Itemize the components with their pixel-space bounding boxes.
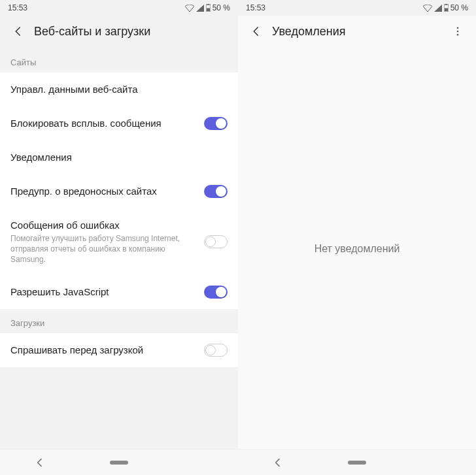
ask-before-download-toggle[interactable] (204, 344, 228, 357)
item-label: Спрашивать перед загрузкой (10, 344, 196, 357)
block-popups-toggle[interactable] (204, 117, 228, 130)
block-popups[interactable]: Блокировать всплыв. сообщения (0, 106, 238, 140)
nav-back-button[interactable] (269, 453, 287, 472)
svg-point-7 (457, 31, 459, 33)
nav-home-button[interactable] (348, 453, 366, 472)
status-time: 15:53 (246, 3, 265, 12)
item-label: Управл. данными веб-сайта (10, 83, 220, 96)
svg-rect-5 (445, 8, 448, 12)
svg-rect-4 (445, 4, 447, 5)
signal-icon (434, 5, 442, 12)
status-icons: 50 % (185, 3, 230, 12)
back-button[interactable] (10, 24, 26, 39)
manage-website-data[interactable]: Управл. данными веб-сайта (0, 73, 238, 106)
battery-text: 50 % (212, 3, 230, 12)
battery-icon (444, 4, 449, 12)
item-label: Разрешить JavaScript (10, 286, 196, 299)
more-button[interactable] (450, 24, 466, 39)
warn-malicious-toggle[interactable] (204, 185, 228, 198)
item-label: Сообщения об ошибках (10, 219, 196, 232)
phone-left: 15:53 50 % Веб-сайты и загрузки Сайты Уп… (0, 0, 238, 475)
status-time: 15:53 (8, 3, 27, 12)
ask-before-download[interactable]: Спрашивать перед загрузкой (0, 333, 238, 367)
item-label: Блокировать всплыв. сообщения (10, 117, 196, 130)
wifi-icon (423, 5, 432, 12)
status-bar: 15:53 50 % (0, 0, 238, 16)
item-sublabel: Помогайте улучшить работу Samsung Intern… (10, 233, 196, 265)
error-reports-toggle[interactable] (204, 235, 228, 248)
nav-back-button[interactable] (31, 453, 49, 472)
downloads-list: Спрашивать перед загрузкой (0, 333, 238, 367)
status-icons: 50 % (423, 3, 468, 12)
page-title: Уведомления (272, 25, 450, 39)
nav-home-button[interactable] (110, 453, 128, 472)
notifications-item[interactable]: Уведомления (0, 140, 238, 174)
wifi-icon (185, 5, 194, 12)
back-icon (12, 25, 24, 37)
header: Веб-сайты и загрузки (0, 16, 238, 48)
svg-point-8 (457, 34, 459, 36)
notifications-body: Нет уведомлений (238, 48, 476, 449)
battery-text: 50 % (450, 3, 468, 12)
more-vert-icon (452, 25, 464, 37)
page-title: Веб-сайты и загрузки (34, 25, 228, 39)
allow-javascript-toggle[interactable] (204, 286, 228, 299)
header: Уведомления (238, 16, 476, 48)
warn-malicious[interactable]: Предупр. о вредоносных сайтах (0, 174, 238, 208)
battery-icon (206, 4, 211, 12)
nav-home-icon (110, 461, 128, 465)
nav-bar (0, 449, 238, 475)
sites-list: Управл. данными веб-сайта Блокировать вс… (0, 73, 238, 309)
nav-back-icon (273, 457, 283, 468)
svg-point-6 (457, 27, 459, 29)
error-reports[interactable]: Сообщения об ошибках Помогайте улучшить … (0, 208, 238, 275)
back-icon (250, 25, 262, 37)
status-bar: 15:53 50 % (238, 0, 476, 16)
item-label: Уведомления (10, 151, 220, 164)
nav-back-icon (35, 457, 45, 468)
item-label: Предупр. о вредоносных сайтах (10, 185, 196, 198)
svg-rect-1 (207, 4, 209, 5)
svg-rect-2 (207, 8, 210, 12)
allow-javascript[interactable]: Разрешить JavaScript (0, 275, 238, 309)
phone-right: 15:53 50 % Уведомления Нет уведомлений (238, 0, 476, 475)
settings-scroll: Сайты Управл. данными веб-сайта Блокиров… (0, 48, 238, 449)
empty-state: Нет уведомлений (238, 48, 476, 449)
section-downloads: Загрузки (0, 309, 238, 333)
back-button[interactable] (248, 24, 264, 39)
section-sites: Сайты (0, 48, 238, 73)
empty-text: Нет уведомлений (314, 243, 400, 255)
nav-home-icon (348, 461, 366, 465)
signal-icon (196, 5, 204, 12)
nav-bar (238, 449, 476, 475)
